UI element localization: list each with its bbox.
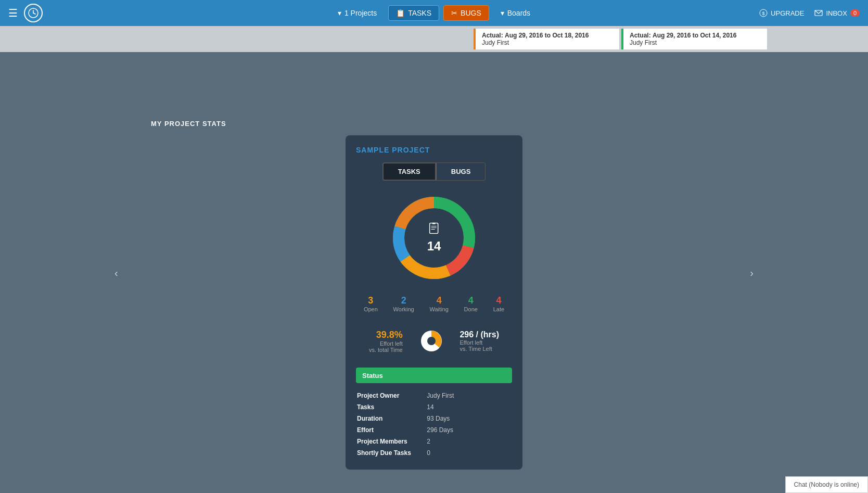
effort-pct-desc1: Effort left	[369, 340, 403, 347]
card-item-2: Actual: Aug 29, 2016 to Oct 14, 2016 Jud…	[621, 29, 767, 49]
boards-nav[interactable]: ▾ Boards	[493, 6, 538, 20]
stat-done-label: Done	[464, 306, 478, 312]
stat-waiting-count: 4	[430, 295, 449, 306]
effort-pct-value: 39.8%	[369, 330, 403, 340]
stats-heading: MY PROJECT STATS	[151, 120, 226, 128]
info-row-shortly: Shortly Due Tasks 0	[357, 448, 511, 458]
info-duration-label: Duration	[357, 413, 426, 424]
donut-chart-container: 14	[356, 191, 512, 285]
card1-actual-date: Aug 29, 2016 to Oct 18, 2016	[505, 32, 589, 39]
clock-icon[interactable]	[24, 4, 43, 22]
info-owner-label: Project Owner	[357, 390, 426, 401]
stat-working-count: 2	[393, 295, 414, 306]
svg-rect-12	[430, 223, 438, 234]
stat-late: 4 Late	[493, 295, 504, 312]
card2-actual-label: Actual:	[630, 32, 651, 39]
stat-waiting: 4 Waiting	[430, 295, 449, 312]
header-nav: ▾ 1 Projects 📋 TASKS ✂ BUGS ▾ Boards	[330, 5, 538, 21]
inbox-badge: 0	[850, 9, 860, 17]
inbox-button[interactable]: INBOX 0	[814, 9, 860, 17]
effort-pct-desc2: vs. total Time	[369, 347, 403, 353]
donut-center-icon	[427, 223, 441, 237]
bugs-nav[interactable]: ✂ BUGS	[443, 5, 489, 21]
info-effort-val: 296 Days	[427, 425, 511, 435]
info-tasks-label: Tasks	[357, 402, 426, 412]
stat-open-count: 3	[364, 295, 378, 306]
card2-user: Judy First	[630, 39, 761, 46]
boards-label: Boards	[507, 9, 530, 17]
info-owner-val: Judy First	[427, 390, 511, 401]
card1-actual-label: Actual:	[482, 32, 503, 39]
effort-hrs-section: 296 / (hrs) Effort left vs. Time Left	[459, 330, 499, 352]
stat-working-label: Working	[393, 306, 414, 312]
stat-late-count: 4	[493, 295, 504, 306]
projects-arrow: ▾	[338, 9, 341, 17]
project-card-title: SAMPLE PROJECT	[356, 146, 512, 154]
tasks-icon: 📋	[396, 9, 405, 17]
info-row-owner: Project Owner Judy First	[357, 390, 511, 401]
main-content: MY PROJECT STATS ‹ › SAMPLE PROJECT TASK…	[0, 52, 868, 493]
bugs-toggle-button[interactable]: BUGS	[436, 162, 486, 181]
header-left: ☰	[8, 4, 43, 22]
toggle-buttons: TASKS BUGS	[356, 162, 512, 181]
info-members-val: 2	[427, 436, 511, 447]
status-bar: Status	[356, 368, 512, 383]
card2-actual-date: Aug 29, 2016 to Oct 14, 2016	[653, 32, 736, 39]
stat-working: 2 Working	[393, 295, 414, 312]
info-duration-val: 93 Days	[427, 413, 511, 424]
info-row-effort: Effort 296 Days	[357, 425, 511, 435]
projects-label: 1 Projects	[344, 9, 377, 17]
effort-mini-pie	[418, 328, 444, 354]
effort-hrs-value: 296 / (hrs)	[459, 330, 499, 339]
projects-nav[interactable]: ▾ 1 Projects	[330, 6, 384, 20]
svg-text:$: $	[762, 11, 765, 16]
donut-center: 14	[427, 223, 441, 254]
info-effort-label: Effort	[357, 425, 426, 435]
effort-section: 39.8% Effort left vs. total Time 296 / (…	[356, 323, 512, 359]
info-shortly-val: 0	[427, 448, 511, 458]
stat-open-label: Open	[364, 306, 378, 312]
svg-point-18	[427, 337, 436, 345]
effort-pct-section: 39.8% Effort left vs. total Time	[369, 330, 403, 353]
info-row-duration: Duration 93 Days	[357, 413, 511, 424]
app-header: ☰ ▾ 1 Projects 📋 TASKS ✂ BUGS ▾ Boards	[0, 0, 868, 26]
bugs-label: BUGS	[461, 9, 481, 17]
info-table: Project Owner Judy First Tasks 14 Durati…	[356, 389, 512, 459]
donut-center-number: 14	[427, 239, 441, 254]
info-tasks-val: 14	[427, 402, 511, 412]
effort-hrs-desc1: Effort left	[459, 339, 499, 346]
tasks-nav[interactable]: 📋 TASKS	[388, 5, 439, 21]
bugs-icon: ✂	[451, 9, 457, 17]
card2-actual: Actual: Aug 29, 2016 to Oct 14, 2016	[630, 32, 761, 39]
card1-actual: Actual: Aug 29, 2016 to Oct 18, 2016	[482, 32, 613, 39]
upgrade-label: UPGRADE	[771, 9, 804, 17]
info-row-tasks: Tasks 14	[357, 402, 511, 412]
chat-bar[interactable]: Chat (Nobody is online)	[785, 476, 868, 493]
stats-row: 3 Open 2 Working 4 Waiting 4 Done 4 Late	[356, 295, 512, 312]
carousel-arrow-right[interactable]: ›	[750, 267, 754, 279]
svg-line-2	[33, 13, 35, 14]
info-shortly-label: Shortly Due Tasks	[357, 448, 426, 458]
effort-hrs-desc2: vs. Time Left	[459, 346, 499, 352]
card-item-1: Actual: Aug 29, 2016 to Oct 18, 2016 Jud…	[474, 29, 619, 49]
stat-open: 3 Open	[364, 295, 378, 312]
stat-late-label: Late	[493, 306, 504, 312]
card1-user: Judy First	[482, 39, 613, 46]
project-card: SAMPLE PROJECT TASKS BUGS	[346, 135, 522, 470]
stat-waiting-label: Waiting	[430, 306, 449, 312]
boards-arrow: ▾	[501, 9, 504, 17]
status-bar-label: Status	[362, 372, 383, 380]
header-right: $ UPGRADE INBOX 0	[759, 9, 860, 17]
sub-header: Actual: Aug 29, 2016 to Oct 18, 2016 Jud…	[0, 26, 868, 52]
info-members-label: Project Members	[357, 436, 426, 447]
stat-done-count: 4	[464, 295, 478, 306]
inbox-label: INBOX	[826, 9, 847, 17]
carousel-arrow-left[interactable]: ‹	[114, 267, 118, 279]
stat-done: 4 Done	[464, 295, 478, 312]
hamburger-icon[interactable]: ☰	[8, 7, 18, 19]
info-row-members: Project Members 2	[357, 436, 511, 447]
svg-rect-16	[432, 223, 436, 224]
tasks-toggle-button[interactable]: TASKS	[382, 162, 436, 181]
upgrade-button[interactable]: $ UPGRADE	[759, 9, 804, 17]
tasks-label: TASKS	[408, 9, 431, 17]
